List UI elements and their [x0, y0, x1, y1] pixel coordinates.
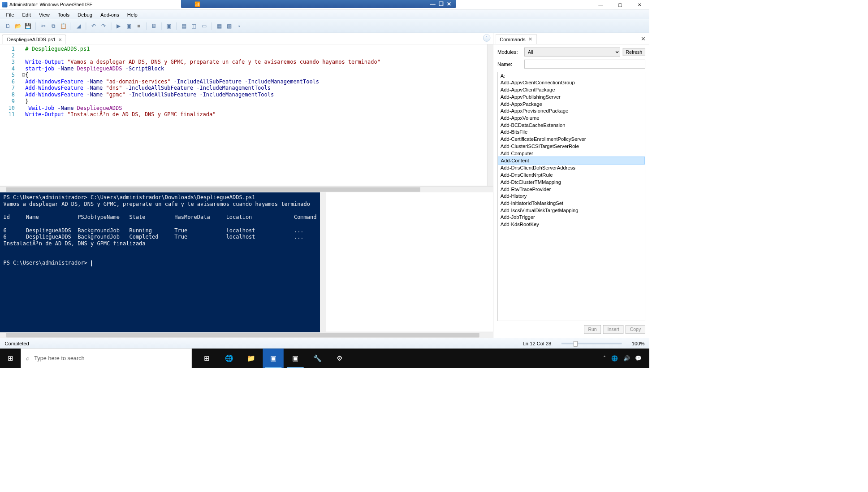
explorer-icon[interactable]: 📁: [241, 348, 261, 368]
commands-list[interactable]: A:Add-AppvClientConnectionGroupAdd-AppvC…: [497, 72, 645, 321]
undo-icon[interactable]: ↶: [89, 21, 98, 30]
command-list-item[interactable]: Add-KdsRootKey: [498, 221, 645, 228]
new-file-icon[interactable]: 🗋: [3, 21, 13, 30]
command-list-item[interactable]: Add-AppvPublishingServer: [498, 93, 645, 100]
save-icon[interactable]: 💾: [23, 21, 33, 30]
redo-icon[interactable]: ↷: [99, 21, 108, 30]
command-list-item[interactable]: Add-History: [498, 192, 645, 200]
console-hscrollbar[interactable]: [0, 332, 493, 338]
command-list-item[interactable]: Add-Content: [498, 157, 645, 164]
command-list-item[interactable]: A:: [498, 72, 645, 79]
start-button[interactable]: ⊞: [0, 348, 21, 368]
stop-icon[interactable]: ■: [134, 21, 143, 30]
volume-icon[interactable]: 🔊: [623, 355, 630, 361]
script-editor[interactable]: 1234567891011 # DespliegueADDS.ps1 Write…: [0, 44, 493, 186]
network-icon[interactable]: 🌐: [611, 355, 618, 361]
console-pane[interactable]: PS C:\Users\administrador> C:\Users\admi…: [0, 192, 320, 332]
modules-select[interactable]: All: [524, 48, 620, 56]
command-list-item[interactable]: Add-InitiatorIdToMaskingSet: [498, 200, 645, 207]
notifications-icon[interactable]: 💬: [635, 355, 642, 361]
menu-help[interactable]: Help: [124, 10, 141, 19]
commands-tab-label: Commands: [500, 36, 525, 42]
maximize-button[interactable]: ▢: [610, 0, 630, 9]
inner-close-icon[interactable]: ✕: [447, 1, 451, 7]
show-addon-icon[interactable]: ▩: [225, 21, 234, 30]
layout-console-icon[interactable]: ▭: [199, 21, 209, 30]
collapse-script-pane-icon[interactable]: ˄: [483, 34, 490, 41]
close-panel-icon[interactable]: ✕: [641, 35, 646, 42]
layout-both-icon[interactable]: ▤: [179, 21, 189, 30]
menubar: File Edit View Tools Debug Add-ons Help: [0, 9, 649, 19]
server-manager-icon[interactable]: 🔧: [307, 348, 328, 368]
powershell-icon: [2, 2, 7, 7]
window-title: Administrator: Windows PowerShell ISE: [9, 2, 93, 7]
command-list-item[interactable]: Add-ClusteriSCSITargetServerRole: [498, 143, 645, 150]
command-list-item[interactable]: Add-AppvClientConnectionGroup: [498, 79, 645, 87]
powershell-ise-taskbar-icon[interactable]: ▣: [285, 348, 306, 368]
name-filter-input[interactable]: [524, 60, 645, 68]
command-list-item[interactable]: Add-CertificateEnrollmentPolicyServer: [498, 135, 645, 143]
command-list-item[interactable]: Add-AppxVolume: [498, 114, 645, 122]
settings-taskbar-icon[interactable]: ⚙: [329, 348, 350, 368]
minimize-button[interactable]: —: [591, 0, 610, 9]
inner-restore-icon[interactable]: ❐: [439, 1, 443, 7]
insert-command-button[interactable]: Insert: [603, 325, 624, 334]
layout-script-icon[interactable]: ◫: [190, 21, 199, 30]
command-list-item[interactable]: Add-BCDataCacheExtension: [498, 122, 645, 129]
system-tray[interactable]: ˄ 🌐 🔊 💬: [603, 355, 649, 361]
edge-icon[interactable]: 🌐: [219, 348, 239, 368]
menu-debug[interactable]: Debug: [74, 10, 96, 19]
run-icon[interactable]: ▶: [114, 21, 123, 30]
code-area[interactable]: # DespliegueADDS.ps1 Write-Output "Vamos…: [19, 44, 487, 186]
run-selection-icon[interactable]: ▣: [124, 21, 134, 30]
close-button[interactable]: ✕: [630, 0, 649, 9]
command-list-item[interactable]: Add-DnsClientNrptRule: [498, 171, 645, 179]
command-list-item[interactable]: Add-AppxPackage: [498, 100, 645, 108]
command-list-item[interactable]: Add-JobTrigger: [498, 213, 645, 221]
copy-command-button[interactable]: Copy: [626, 325, 645, 334]
command-list-item[interactable]: Add-EtwTraceProvider: [498, 186, 645, 193]
script-tab[interactable]: DespliegueADDS.ps1 ✕: [2, 35, 66, 44]
taskbar-search[interactable]: ⌕ Type here to search: [21, 348, 191, 368]
commands-tab[interactable]: Commands ✕: [496, 34, 537, 44]
command-list-item[interactable]: Add-DtcClusterTMMapping: [498, 179, 645, 186]
command-list-item[interactable]: Add-Computer: [498, 150, 645, 157]
search-placeholder: Type here to search: [34, 355, 84, 361]
tray-caret-icon[interactable]: ˄: [603, 355, 606, 361]
show-command-icon[interactable]: ▦: [215, 21, 224, 30]
task-view-icon[interactable]: ⊞: [196, 348, 217, 368]
menu-addons[interactable]: Add-ons: [97, 10, 123, 19]
close-commands-tab-icon[interactable]: ✕: [528, 36, 533, 42]
cut-icon[interactable]: ✂: [39, 21, 48, 30]
remote-icon[interactable]: 🖥: [149, 21, 159, 30]
menu-view[interactable]: View: [35, 10, 53, 19]
status-text: Completed: [4, 340, 29, 346]
powershell-taskbar-icon[interactable]: ▣: [263, 348, 283, 368]
command-list-item[interactable]: Add-AppxProvisionedPackage: [498, 107, 645, 114]
editor-vscrollbar[interactable]: [487, 44, 493, 186]
toolbar-options-icon[interactable]: ▾: [235, 21, 244, 30]
inner-minimize-icon[interactable]: —: [430, 1, 436, 7]
statusbar: Completed Ln 12 Col 28 100%: [0, 338, 649, 348]
close-tab-icon[interactable]: ✕: [58, 37, 62, 42]
editor-hscrollbar[interactable]: [0, 186, 493, 192]
command-list-item[interactable]: Add-AppvClientPackage: [498, 86, 645, 93]
clear-icon[interactable]: ◢: [74, 21, 83, 30]
menu-file[interactable]: File: [3, 10, 17, 19]
command-list-item[interactable]: Add-DnsClientDohServerAddress: [498, 165, 645, 172]
powershell-console-icon[interactable]: ▣: [164, 21, 174, 30]
console-vscrollbar[interactable]: [320, 192, 326, 332]
open-file-icon[interactable]: 📂: [13, 21, 23, 30]
copy-icon[interactable]: ⧉: [48, 21, 58, 30]
run-command-button[interactable]: Run: [584, 325, 601, 334]
command-list-item[interactable]: Add-IscsiVirtualDiskTargetMapping: [498, 207, 645, 214]
search-icon: ⌕: [26, 355, 29, 361]
menu-edit[interactable]: Edit: [19, 10, 34, 19]
paste-icon[interactable]: 📋: [59, 21, 68, 30]
menu-tools[interactable]: Tools: [54, 10, 73, 19]
refresh-button[interactable]: Refresh: [623, 48, 645, 56]
taskbar: ⊞ ⌕ Type here to search ⊞ 🌐 📁 ▣ ▣ 🔧 ⚙ ˄ …: [0, 348, 649, 368]
script-tabstrip: DespliegueADDS.ps1 ✕ ˄: [0, 33, 493, 44]
zoom-slider[interactable]: [561, 343, 622, 344]
command-list-item[interactable]: Add-BitsFile: [498, 128, 645, 135]
